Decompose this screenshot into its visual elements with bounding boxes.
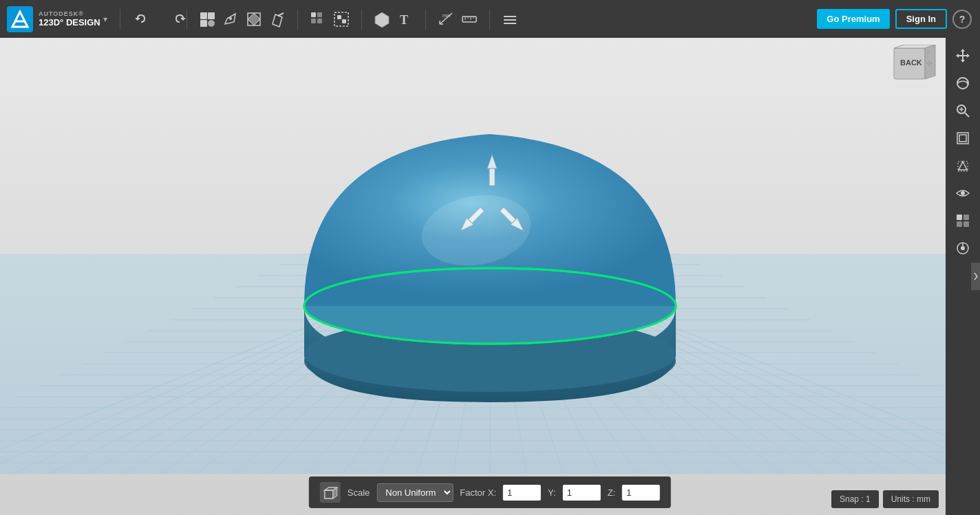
right-panel bbox=[946, 38, 980, 515]
pan-icon bbox=[955, 48, 970, 63]
primitives-tool[interactable] bbox=[195, 8, 219, 31]
bottom-right-status: Snap : 1 Units : mm bbox=[831, 490, 939, 508]
pan-button[interactable] bbox=[950, 43, 975, 68]
svg-rect-63 bbox=[959, 135, 966, 142]
display-icon bbox=[955, 213, 970, 228]
signin-button[interactable]: Sign In bbox=[895, 9, 947, 29]
divider-3 bbox=[297, 9, 298, 30]
redo-button[interactable] bbox=[155, 8, 177, 30]
svg-rect-11 bbox=[311, 12, 316, 17]
modify-icon bbox=[268, 10, 286, 28]
undo-icon bbox=[134, 12, 148, 26]
svg-text:↑: ↑ bbox=[926, 49, 930, 56]
redo-icon bbox=[173, 12, 187, 26]
ruler-tool[interactable] bbox=[458, 8, 481, 31]
view-button[interactable] bbox=[950, 181, 975, 206]
view-cube[interactable]: BACK ↑ ⊹ bbox=[891, 45, 939, 93]
view-icon bbox=[955, 186, 970, 201]
svg-rect-74 bbox=[325, 490, 333, 498]
svg-rect-69 bbox=[957, 221, 962, 227]
logo-dropdown-arrow[interactable]: ▾ bbox=[103, 14, 107, 24]
svg-marker-64 bbox=[959, 162, 967, 170]
svg-text:mm: mm bbox=[443, 13, 451, 18]
fit-button[interactable] bbox=[950, 126, 975, 151]
factor-x-label: Factor X: bbox=[460, 487, 496, 498]
material-button[interactable] bbox=[950, 236, 975, 261]
sketch-tool[interactable] bbox=[219, 8, 242, 31]
tool-group-1 bbox=[195, 8, 289, 31]
svg-marker-52 bbox=[961, 49, 965, 52]
perspective-icon bbox=[955, 158, 970, 173]
svg-text:BACK: BACK bbox=[900, 58, 922, 67]
svg-rect-3 bbox=[208, 12, 215, 19]
scale-mode-select[interactable]: Non Uniform Uniform bbox=[376, 483, 453, 502]
factor-y-input[interactable] bbox=[563, 485, 601, 501]
svg-rect-14 bbox=[317, 19, 322, 23]
divider-6 bbox=[489, 9, 490, 30]
layers-icon bbox=[501, 10, 519, 28]
group-icon bbox=[332, 10, 350, 28]
svg-rect-4 bbox=[200, 20, 207, 27]
viewport[interactable] bbox=[0, 38, 980, 515]
ruler-icon bbox=[460, 10, 478, 28]
solid-icon bbox=[373, 10, 391, 28]
pattern-icon bbox=[309, 10, 327, 28]
perspective-button[interactable] bbox=[950, 153, 975, 178]
construct-icon bbox=[245, 10, 263, 28]
group-tool[interactable] bbox=[330, 8, 353, 31]
help-button[interactable]: ? bbox=[952, 10, 972, 29]
3d-object bbox=[284, 93, 696, 437]
orbit-icon bbox=[955, 76, 970, 91]
header-toolbar: AUTODESK® 123D° DESIGN ▾ bbox=[0, 0, 980, 38]
construct-tool[interactable] bbox=[242, 8, 266, 31]
premium-button[interactable]: Go Premium bbox=[817, 9, 889, 29]
svg-text:⊹: ⊹ bbox=[926, 59, 932, 67]
scale-object-icon bbox=[320, 482, 341, 503]
svg-marker-53 bbox=[961, 60, 965, 63]
text-icon: T bbox=[396, 10, 414, 28]
svg-point-6 bbox=[229, 17, 232, 20]
undo-button[interactable] bbox=[130, 8, 152, 30]
svg-rect-15 bbox=[334, 12, 348, 26]
snap-button[interactable]: Snap : 1 bbox=[831, 490, 879, 508]
units-button[interactable]: Units : mm bbox=[883, 490, 939, 508]
measure-icon: mm bbox=[437, 10, 455, 28]
measure-tool[interactable]: mm bbox=[434, 8, 458, 31]
text-tool[interactable]: T bbox=[394, 8, 417, 31]
header-right: Go Premium Sign In ? bbox=[817, 9, 980, 29]
factor-x-input[interactable] bbox=[503, 485, 541, 501]
primitives-icon bbox=[198, 10, 216, 28]
display-button[interactable] bbox=[950, 208, 975, 233]
svg-rect-24 bbox=[462, 17, 476, 22]
right-panel-collapse[interactable] bbox=[971, 263, 980, 290]
svg-rect-70 bbox=[963, 221, 969, 227]
pattern-tool[interactable] bbox=[306, 8, 330, 31]
chevron-right-icon bbox=[973, 272, 979, 281]
bottom-toolbar: Scale Non Uniform Uniform Factor X: Y: Z… bbox=[309, 476, 671, 508]
tool-group-3: T bbox=[370, 8, 417, 31]
svg-line-10 bbox=[278, 13, 284, 16]
svg-text:T: T bbox=[400, 13, 408, 27]
svg-marker-54 bbox=[956, 54, 959, 58]
logo-text: AUTODESK® 123D° DESIGN bbox=[39, 10, 100, 28]
layers-tool[interactable] bbox=[498, 8, 522, 31]
modify-tool[interactable] bbox=[266, 8, 289, 31]
svg-line-59 bbox=[965, 113, 969, 117]
factor-y-label: Y: bbox=[548, 487, 556, 498]
fit-icon bbox=[955, 131, 970, 146]
svg-marker-8 bbox=[248, 13, 260, 25]
undo-redo-group bbox=[129, 8, 178, 30]
divider-5 bbox=[425, 9, 426, 30]
svg-rect-2 bbox=[200, 12, 207, 19]
orbit-button[interactable] bbox=[950, 71, 975, 96]
svg-rect-12 bbox=[317, 12, 322, 17]
solid-tool[interactable] bbox=[370, 8, 394, 31]
svg-rect-17 bbox=[342, 19, 346, 23]
svg-point-72 bbox=[961, 246, 965, 250]
svg-rect-5 bbox=[208, 20, 215, 27]
factor-z-input[interactable] bbox=[622, 485, 660, 501]
zoom-button[interactable] bbox=[950, 98, 975, 123]
product-label: 123D° DESIGN bbox=[39, 17, 100, 28]
logo-area[interactable]: AUTODESK® 123D° DESIGN ▾ bbox=[0, 6, 114, 32]
zoom-icon bbox=[955, 103, 970, 118]
